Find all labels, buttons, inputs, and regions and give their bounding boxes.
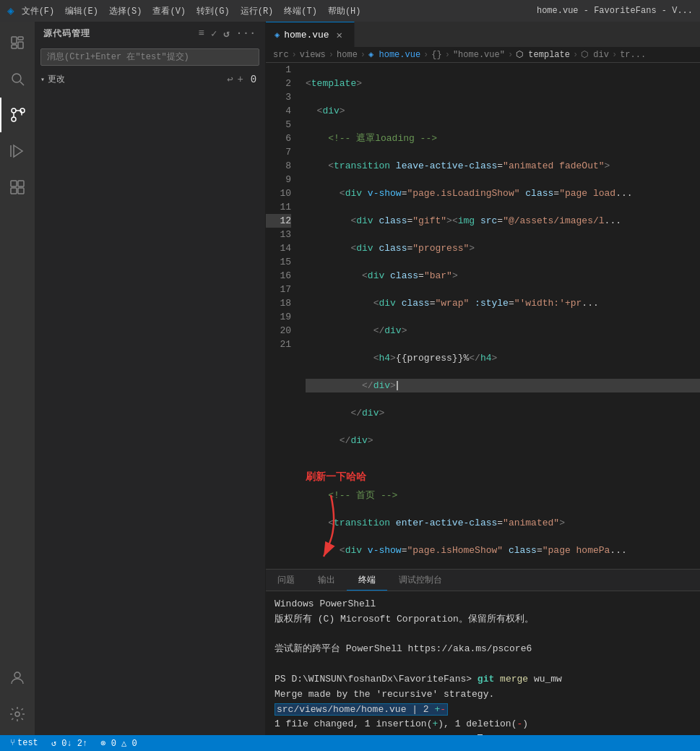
line-numbers: 12345 678910 1112 1314151617 18192021 [266, 63, 298, 569]
breadcrumb-braces[interactable]: {} [431, 50, 441, 60]
panel-area: 问题 输出 终端 调试控制台 Windows PowerShell 版权所有 (… [266, 569, 700, 735]
editor-tab[interactable]: ◈ home.vue ✕ [266, 22, 355, 47]
terminal-line: PS D:\WINSUN\foshanDx\FavoriteFans> git … [275, 672, 691, 687]
sidebar-title: 源代码管理 [43, 27, 90, 40]
terminal-line: Merge made by the 'recursive' strategy. [275, 687, 691, 703]
terminal-line: Windows PowerShell [275, 597, 691, 612]
menu-goto[interactable]: 转到(G) [196, 5, 230, 17]
panel-content[interactable]: Windows PowerShell 版权所有 (C) Microsoft Co… [266, 591, 700, 735]
breadcrumb-src[interactable]: src [273, 50, 289, 60]
activity-icon-source-control[interactable] [0, 98, 35, 132]
svg-rect-2 [18, 42, 23, 48]
branch-name: test [17, 738, 38, 748]
stage-all-icon[interactable]: + [238, 74, 243, 85]
tab-problems[interactable]: 问题 [266, 570, 306, 591]
svg-point-6 [12, 108, 16, 113]
breadcrumb-home[interactable]: home [337, 50, 358, 60]
status-sync[interactable]: ↺ 0↓ 2↑ [48, 735, 90, 751]
sidebar: 源代码管理 ≡ ✓ ↺ ··· ▾ 更改 ↩ + 0 [35, 22, 266, 735]
activity-icon-run[interactable] [0, 134, 35, 168]
breadcrumb-views[interactable]: views [300, 50, 326, 60]
vscode-logo-icon: ◈ [7, 4, 14, 18]
activity-icon-settings[interactable] [0, 697, 35, 731]
code-content[interactable]: <template> <div> <!-- 遮罩loading --> <tra… [298, 63, 700, 569]
terminal-line: 版权所有 (C) Microsoft Corporation。保留所有权利。 [275, 612, 691, 627]
svg-line-5 [20, 82, 24, 85]
sidebar-checklist-icon[interactable]: ≡ [199, 27, 205, 40]
svg-point-16 [15, 712, 20, 716]
svg-point-8 [12, 117, 16, 121]
panel-tabs: 问题 输出 终端 调试控制台 [266, 570, 700, 591]
breadcrumb: src › views › home › ◈ home.vue › {} › "… [266, 47, 700, 63]
discard-all-icon[interactable]: ↩ [227, 73, 233, 85]
activity-icon-account[interactable] [0, 661, 35, 695]
titlebar: ◈ 文件(F) 编辑(E) 选择(S) 查看(V) 转到(G) 运行(R) 终端… [0, 0, 700, 22]
window-title: home.vue - FavoriteFans - V... [537, 6, 693, 16]
code-editor[interactable]: 12345 678910 1112 1314151617 18192021 <t… [266, 63, 700, 569]
svg-point-15 [14, 672, 20, 678]
activity-icon-search[interactable] [0, 61, 35, 96]
tab-output[interactable]: 输出 [306, 570, 347, 591]
svg-rect-3 [12, 45, 17, 48]
menu-terminal[interactable]: 终端(T) [284, 5, 317, 17]
activity-icon-extensions[interactable] [0, 170, 35, 205]
status-branch[interactable]: ⑂ test [7, 735, 41, 751]
message-input-area[interactable] [40, 48, 259, 66]
terminal-line: src/views/home/home.vue | 2 +- [275, 703, 691, 718]
chevron-down-icon: ▾ [40, 75, 45, 84]
sidebar-header: 源代码管理 ≡ ✓ ↺ ··· [35, 22, 265, 46]
svg-rect-0 [12, 37, 17, 43]
branch-icon: ⑂ [10, 738, 15, 748]
svg-rect-12 [18, 181, 24, 186]
svg-rect-13 [11, 188, 17, 194]
titlebar-menu: 文件(F) 编辑(E) 选择(S) 查看(V) 转到(G) 运行(R) 终端(T… [22, 5, 537, 17]
svg-point-4 [12, 74, 21, 82]
status-errors[interactable]: ⊗ 0 △ 0 [98, 735, 139, 751]
sidebar-refresh-icon[interactable]: ↺ [223, 27, 230, 40]
menu-view[interactable]: 查看(V) [152, 5, 186, 17]
breadcrumb-template[interactable]: ⬡ template [516, 49, 570, 60]
svg-rect-1 [18, 37, 23, 40]
breadcrumb-tr[interactable]: tr... [620, 50, 646, 60]
tab-filename: home.vue [284, 30, 329, 40]
commit-message-input[interactable] [47, 52, 253, 62]
errors-text: ⊗ 0 △ 0 [100, 738, 137, 749]
activity-bar [0, 22, 35, 735]
status-bar: ⑂ test ↺ 0↓ 2↑ ⊗ 0 △ 0 [0, 735, 700, 751]
terminal-line: PS D:\WINSUN\foshanDx\FavoriteFans> [275, 732, 691, 735]
tab-terminal[interactable]: 终端 [347, 570, 387, 591]
terminal-line: 尝试新的跨平台 PowerShell https://aka.ms/pscore… [275, 642, 691, 657]
menu-edit[interactable]: 编辑(E) [65, 5, 98, 17]
sync-text: ↺ 0↓ 2↑ [51, 738, 87, 749]
svg-rect-14 [18, 188, 24, 194]
editor-area: ◈ home.vue ✕ src › views › home › ◈ home… [266, 22, 700, 569]
terminal-line [275, 627, 691, 643]
menu-file[interactable]: 文件(F) [22, 5, 55, 17]
menu-run[interactable]: 运行(R) [241, 5, 274, 17]
svg-marker-9 [14, 145, 22, 157]
menu-help[interactable]: 帮助(H) [328, 5, 361, 17]
changes-count: 0 [248, 74, 259, 85]
tab-bar: ◈ home.vue ✕ [266, 22, 700, 47]
svg-rect-11 [11, 181, 17, 186]
tab-close-icon[interactable]: ✕ [334, 29, 345, 40]
sidebar-more-icon[interactable]: ··· [236, 27, 256, 40]
activity-icon-explorer[interactable] [0, 25, 35, 60]
menu-select[interactable]: 选择(S) [109, 5, 142, 17]
tab-debug[interactable]: 调试控制台 [387, 570, 454, 591]
breadcrumb-file[interactable]: ◈ home.vue [368, 49, 420, 60]
breadcrumb-div[interactable]: ⬡ div [581, 49, 609, 60]
changes-label: 更改 [48, 73, 65, 85]
breadcrumb-module[interactable]: "home.vue" [453, 50, 505, 60]
vue-file-icon: ◈ [275, 30, 280, 40]
changes-header[interactable]: ▾ 更改 ↩ + 0 [35, 72, 265, 87]
terminal-line: 1 file changed, 1 insertion(+), 1 deleti… [275, 717, 691, 732]
terminal-line [275, 657, 691, 672]
sidebar-check-icon[interactable]: ✓ [211, 27, 217, 40]
